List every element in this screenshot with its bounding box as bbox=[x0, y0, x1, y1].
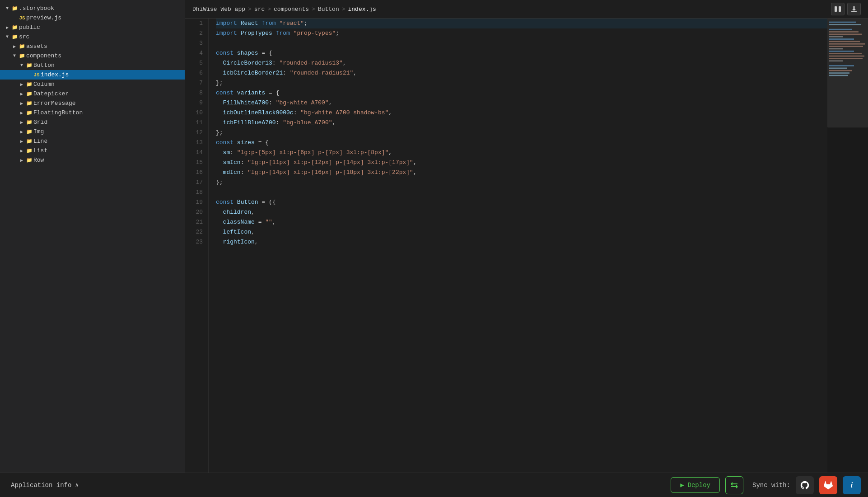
expand-arrow-icon: ▶ bbox=[18, 129, 25, 135]
sidebar-item-errormessage[interactable]: ▶ 📁 ErrorMessage bbox=[0, 98, 185, 108]
split-editor-button[interactable] bbox=[831, 3, 845, 15]
folder-icon: 📁 bbox=[25, 110, 33, 116]
sidebar-item-grid[interactable]: ▶ 📁 Grid bbox=[0, 117, 185, 127]
code-line[interactable]: icbFillBlueA700: "bg-blue_A700", bbox=[216, 118, 827, 128]
sidebar-item-label: ErrorMessage bbox=[33, 100, 181, 107]
info-icon: i bbox=[851, 481, 853, 489]
app-info-button[interactable]: Application info ∧ bbox=[7, 479, 82, 492]
code-line[interactable]: children, bbox=[216, 207, 827, 217]
sidebar-item-button-folder[interactable]: ▼ 📁 Button bbox=[0, 61, 185, 70]
expand-arrow-icon: ▶ bbox=[18, 120, 25, 125]
code-line[interactable]: FillWhiteA700: "bg-white_A700", bbox=[216, 98, 827, 108]
deploy-button[interactable]: ▶ Deploy bbox=[671, 477, 720, 493]
line-number: 20 bbox=[185, 207, 208, 217]
sidebar-item-label: Datepicker bbox=[33, 90, 181, 97]
sidebar-item-preview-js[interactable]: JS preview.js bbox=[0, 13, 185, 23]
sidebar-item-row[interactable]: ▶ 📁 Row bbox=[0, 155, 185, 165]
sidebar-item-assets[interactable]: ▶ 📁 assets bbox=[0, 42, 185, 51]
sidebar-item-column[interactable]: ▶ 📁 Column bbox=[0, 80, 185, 89]
sidebar-item-public[interactable]: ▶ 📁 public bbox=[0, 23, 185, 32]
sidebar-item-index-js[interactable]: JS index.js bbox=[0, 70, 185, 80]
code-line[interactable]: }; bbox=[216, 128, 827, 138]
sidebar-item-label: src bbox=[19, 33, 181, 40]
sidebar-item-datepicker[interactable]: ▶ 📁 Datepicker bbox=[0, 89, 185, 98]
code-line[interactable]: sm: "lg:p-[5px] xl:p-[6px] p-[7px] 3xl:p… bbox=[216, 148, 827, 158]
code-line[interactable]: icbCircleBorder21: "rounded-radius21", bbox=[216, 68, 827, 78]
code-editor-area[interactable]: 1234567891011121314151617181920212223 im… bbox=[185, 19, 868, 473]
code-line[interactable]: import PropTypes from "prop-types"; bbox=[216, 28, 827, 38]
file-explorer-sidebar: ▼ 📁 .storybook JS preview.js ▶ 📁 public … bbox=[0, 0, 185, 473]
expand-arrow-icon: ▶ bbox=[18, 158, 25, 163]
sync-github-button[interactable] bbox=[796, 476, 814, 494]
folder-icon: 📁 bbox=[25, 129, 33, 135]
line-number: 6 bbox=[185, 68, 208, 78]
line-number: 8 bbox=[185, 88, 208, 98]
breadcrumb: DhiWise Web app > src > components > But… bbox=[192, 6, 376, 13]
code-line[interactable]: rightIcon, bbox=[216, 237, 827, 247]
folder-icon: 📁 bbox=[25, 148, 33, 154]
app-info-label: Application info bbox=[11, 482, 71, 489]
code-content-area[interactable]: import React from "react";import PropTyp… bbox=[209, 19, 827, 473]
transfer-icon-button[interactable] bbox=[725, 476, 743, 494]
line-number: 12 bbox=[185, 128, 208, 138]
folder-icon: 📁 bbox=[25, 91, 33, 97]
js-file-icon: JS bbox=[18, 15, 26, 21]
code-line[interactable]: CircleBorder13: "rounded-radius13", bbox=[216, 58, 827, 68]
sidebar-item-src[interactable]: ▼ 📁 src bbox=[0, 32, 185, 42]
sidebar-item-label: Row bbox=[33, 157, 181, 164]
line-number: 21 bbox=[185, 217, 208, 227]
sidebar-item-list[interactable]: ▶ 📁 List bbox=[0, 146, 185, 155]
code-line[interactable] bbox=[216, 188, 827, 197]
sidebar-item-label: preview.js bbox=[26, 14, 181, 21]
svg-rect-25 bbox=[827, 19, 868, 127]
github-icon bbox=[800, 480, 810, 490]
code-line[interactable]: smIcn: "lg:p-[11px] xl:p-[12px] p-[14px]… bbox=[216, 158, 827, 168]
expand-arrow-icon: ▶ bbox=[18, 91, 25, 97]
sidebar-item-storybook[interactable]: ▼ 📁 .storybook bbox=[0, 4, 185, 13]
code-line[interactable]: mdIcn: "lg:p-[14px] xl:p-[16px] p-[18px]… bbox=[216, 168, 827, 178]
folder-icon: 📁 bbox=[25, 100, 33, 106]
breadcrumb-dhiwise: DhiWise Web app bbox=[192, 6, 245, 13]
deploy-label: Deploy bbox=[688, 482, 710, 489]
code-line[interactable]: const shapes = { bbox=[216, 48, 827, 58]
code-line[interactable]: const variants = { bbox=[216, 88, 827, 98]
line-number: 23 bbox=[185, 237, 208, 247]
code-line[interactable] bbox=[216, 38, 827, 48]
code-line[interactable]: const Button = ({ bbox=[216, 197, 827, 207]
sync-info-button[interactable]: i bbox=[843, 476, 861, 494]
svg-rect-2 bbox=[851, 11, 857, 12]
line-number: 10 bbox=[185, 108, 208, 118]
code-line[interactable]: className = "", bbox=[216, 217, 827, 227]
code-line[interactable]: const sizes = { bbox=[216, 138, 827, 148]
editor-minimap bbox=[827, 19, 868, 473]
download-button[interactable] bbox=[847, 3, 861, 15]
expand-arrow-icon: ▶ bbox=[11, 44, 18, 49]
breadcrumb-index-js: index.js bbox=[348, 6, 376, 13]
line-number: 11 bbox=[185, 118, 208, 128]
code-line[interactable]: icbOutlineBlack9000c: "bg-white_A700 sha… bbox=[216, 108, 827, 118]
sidebar-item-img[interactable]: ▶ 📁 Img bbox=[0, 127, 185, 136]
line-number: 1 bbox=[185, 19, 208, 28]
code-line[interactable]: import React from "react"; bbox=[216, 19, 827, 28]
sync-gitlab-button[interactable] bbox=[819, 476, 837, 494]
sidebar-item-line[interactable]: ▶ 📁 Line bbox=[0, 136, 185, 146]
code-line[interactable]: }; bbox=[216, 178, 827, 188]
sidebar-item-label: List bbox=[33, 147, 181, 154]
transfer-icon bbox=[730, 481, 739, 490]
folder-icon: 📁 bbox=[25, 157, 33, 163]
code-line[interactable]: leftIcon, bbox=[216, 227, 827, 237]
sidebar-item-components[interactable]: ▼ 📁 components bbox=[0, 51, 185, 61]
sidebar-item-label: Button bbox=[33, 62, 181, 69]
folder-icon: 📁 bbox=[25, 81, 33, 87]
sidebar-item-label: Line bbox=[33, 138, 181, 145]
folder-icon: 📁 bbox=[25, 138, 33, 144]
line-number: 7 bbox=[185, 78, 208, 88]
code-line[interactable]: }; bbox=[216, 78, 827, 88]
line-number: 17 bbox=[185, 178, 208, 188]
expand-arrow-icon: ▼ bbox=[11, 53, 18, 58]
svg-rect-1 bbox=[839, 6, 841, 12]
expand-arrow-icon: ▶ bbox=[4, 25, 11, 30]
folder-icon: 📁 bbox=[11, 34, 19, 40]
sidebar-item-label: components bbox=[26, 52, 181, 59]
sidebar-item-floatingbutton[interactable]: ▶ 📁 FloatingButton bbox=[0, 108, 185, 117]
